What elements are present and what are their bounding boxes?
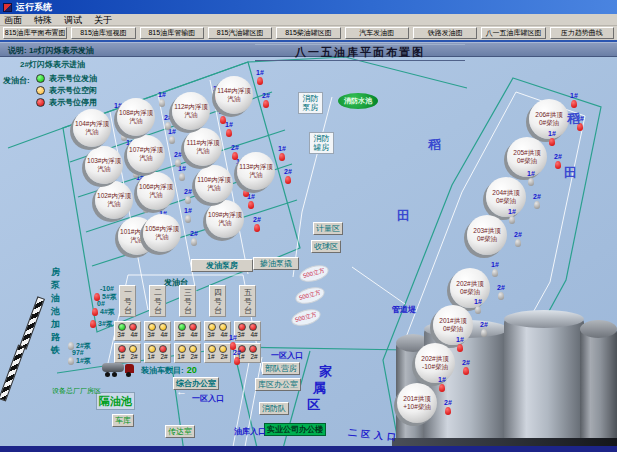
tank-110[interactable]: 110#内浮顶汽油1#2#	[195, 165, 233, 203]
tank-product: 0#柴油	[539, 119, 559, 127]
light-panel-top: 3#4#	[144, 321, 171, 341]
tank-label: 203#拱顶0#柴油	[467, 215, 507, 255]
tank-105[interactable]: 105#内浮顶汽油1#2#	[143, 214, 181, 252]
valve-2: 2#	[458, 359, 474, 375]
light-label: 1#	[147, 353, 154, 360]
valve-label: 2#	[231, 144, 239, 151]
tank-product: 0#柴油	[443, 325, 463, 333]
drop-icon	[248, 201, 254, 209]
tank-id: 106#内浮顶	[139, 183, 173, 191]
tank-113[interactable]: 113#内浮顶汽油1#2#	[237, 152, 275, 190]
tank-label: 112#内浮顶汽油	[172, 92, 210, 130]
light-panel-top: 3#4#	[114, 321, 141, 341]
valve-1: 1#	[523, 170, 539, 186]
valve-2: 2#	[476, 321, 492, 337]
tank-114[interactable]: 114#内浮顶汽油1#2#	[215, 76, 253, 114]
tank-label: 105#内浮顶汽油	[143, 214, 181, 252]
valve-1: 1#	[566, 92, 582, 108]
tank-201b[interactable]: 201#拱顶+10#柴油1#2#	[397, 383, 437, 423]
tank-product: 汽油	[219, 219, 232, 227]
tank-product: -10#柴油	[422, 363, 448, 371]
valve-label: 2#	[480, 321, 488, 328]
legend-item-disabled: 表示号位停用	[36, 97, 97, 108]
valve-label: 1#	[508, 208, 516, 215]
yellow-dot-icon	[36, 86, 45, 95]
road-label-char: 加	[51, 318, 60, 331]
tank-id: 104#内浮顶	[75, 120, 109, 128]
valve-1: 1#	[544, 130, 560, 146]
nav-button-truck[interactable]: 汽车发油图	[345, 27, 409, 39]
tank-label: 102#内浮顶汽油	[95, 181, 133, 219]
valve-label: 2#	[233, 349, 241, 356]
menu-item-about[interactable]: 关于	[94, 14, 112, 26]
valve-label: 2#	[554, 153, 562, 160]
dispatch-column-1: 一号台3#4#1#2#	[114, 285, 142, 365]
tank-111[interactable]: 111#内浮顶汽油1#2#	[184, 128, 222, 166]
app-icon	[3, 3, 12, 12]
valve-1: 1#	[174, 165, 190, 181]
tank-109[interactable]: 109#内浮顶汽油1#2#	[206, 200, 244, 238]
drop-icon	[254, 224, 260, 232]
tank-id: 112#内浮顶	[174, 103, 207, 111]
tank-203[interactable]: 203#拱顶0#柴油1#2#	[467, 215, 507, 255]
nav-button-rail[interactable]: 铁路发油图	[413, 27, 477, 39]
signal-light	[129, 345, 137, 353]
tank-label: 103#内浮顶汽油	[85, 146, 123, 184]
tank-104[interactable]: 104#内浮顶汽油1#2#	[73, 109, 111, 147]
drop-icon	[226, 129, 232, 137]
drop-icon	[463, 367, 469, 375]
valve-label: 2#	[190, 230, 198, 237]
valve-label: 2#	[444, 399, 452, 406]
valve-label: 1#	[527, 170, 535, 177]
menu-item-debug[interactable]: 调试	[64, 14, 82, 26]
valve-label: 1#	[278, 145, 286, 152]
tank-label: 111#内浮顶汽油	[184, 128, 222, 166]
signal-light	[118, 323, 126, 331]
drop-icon	[481, 329, 487, 337]
dispatch-pump-house: 发油泵房	[191, 259, 253, 272]
valve-label: 2#	[514, 231, 522, 238]
valve-label: 2#	[184, 188, 192, 195]
nav-button-tank-area[interactable]: 八一五油库罐区图	[481, 27, 545, 39]
valve-label: 1#	[184, 207, 192, 214]
legend-note-1: 说明: 1#灯闪烁表示发油	[8, 45, 94, 56]
photo-tank-2	[504, 318, 584, 452]
valve-1: 1#	[164, 128, 180, 144]
tank-id: 111#内浮顶	[187, 139, 220, 147]
pump-label: 0#	[97, 300, 105, 307]
nav-button-pipeline[interactable]: 815油库管输图	[140, 27, 204, 39]
nav-button-diesel-area[interactable]: 815柴油罐区图	[276, 27, 340, 39]
tank-product: 0#柴油	[460, 288, 480, 296]
nav-button-patrol[interactable]: 815油库巡视图	[71, 27, 135, 39]
tank-107[interactable]: 107#内浮顶汽油1#2#	[127, 135, 165, 173]
valve-label: 1#	[570, 92, 578, 99]
tank-102[interactable]: 102#内浮顶汽油1#2#	[95, 181, 133, 219]
tank-108[interactable]: 108#内浮顶汽油1#2#	[117, 98, 155, 136]
tank-id: 206#拱顶	[535, 111, 562, 119]
menu-item-screen[interactable]: 画面	[4, 14, 22, 26]
rice-field-label-right: 田	[564, 164, 577, 182]
drop-icon	[457, 344, 463, 352]
light-label: 1#	[177, 353, 184, 360]
menu-item-special[interactable]: 特殊	[34, 14, 52, 26]
tank-id: 204#拱顶	[492, 189, 519, 197]
drop-icon	[185, 215, 191, 223]
nav-button-gas-area[interactable]: 815汽油罐区图	[208, 27, 272, 39]
nav-button-pressure[interactable]: 压力趋势曲线	[550, 27, 614, 39]
tank-id: 103#内浮顶	[87, 157, 121, 165]
road-label-char: 路	[51, 331, 60, 344]
tank-112[interactable]: 112#内浮顶汽油1#2#	[172, 92, 210, 130]
valve-label: 2#	[253, 216, 261, 223]
tank-product: 汽油	[108, 200, 121, 208]
fire-water-pool: 消防水池	[338, 93, 378, 109]
light-panel-bottom: 1#2#	[144, 343, 171, 363]
pipe-dike-label: 管道堤	[392, 304, 416, 315]
tank-id: 205#拱顶	[513, 149, 540, 157]
tank-product: 汽油	[150, 191, 163, 199]
valve-label: 1#	[229, 334, 237, 341]
pump-1: 1#泵	[68, 356, 91, 366]
tank-id: 202#拱顶	[456, 280, 483, 288]
tank-103[interactable]: 103#内浮顶汽油1#2#	[85, 146, 123, 184]
nav-button-plan[interactable]: 815油库平面布置图	[3, 27, 67, 39]
tank-106[interactable]: 106#内浮顶汽油1#2#	[137, 172, 175, 210]
